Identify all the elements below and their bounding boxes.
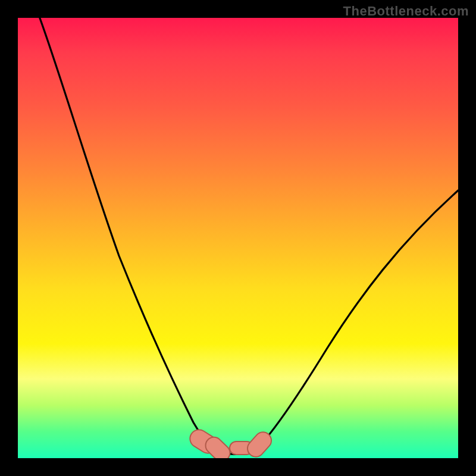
chart-canvas: TheBottleneck.com — [0, 0, 476, 476]
plot-area — [18, 18, 458, 458]
curve-layer — [18, 18, 458, 458]
bottleneck-curve — [39, 18, 458, 454]
watermark-text: TheBottleneck.com — [343, 4, 469, 19]
